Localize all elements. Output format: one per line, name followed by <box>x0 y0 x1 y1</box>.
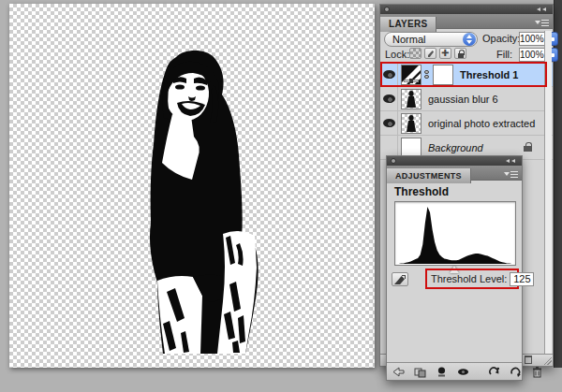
layer-name[interactable]: Threshold 1 <box>460 69 518 80</box>
stepper-icon[interactable] <box>463 33 476 46</box>
layer-name[interactable]: Background <box>428 142 483 153</box>
visibility-well[interactable] <box>380 63 398 87</box>
reset-to-defaults-icon[interactable] <box>510 366 522 378</box>
layers-scroll-track[interactable] <box>544 31 552 355</box>
layer-name[interactable]: original photo extracted <box>428 118 535 129</box>
tab-layers[interactable]: LAYERS <box>380 17 436 32</box>
layer-row-gaussian-blur-6[interactable]: gaussian blur 6 <box>380 87 553 111</box>
lock-image-pixels-icon[interactable] <box>424 48 436 59</box>
view-previous-state-icon[interactable] <box>488 366 500 378</box>
tab-adjustments[interactable]: ADJUSTMENTS <box>387 168 471 183</box>
clip-to-layer-icon[interactable] <box>436 366 448 378</box>
fill-combo: 100% <box>519 48 558 62</box>
link-mask-icon <box>423 70 430 79</box>
collapse-to-icons-icon[interactable] <box>506 159 517 164</box>
threshold-image-girl-silhouette <box>9 4 375 368</box>
photoshop-workspace: { "colors": { "background": "#b2b2b2", "… <box>0 0 562 392</box>
layers-panel-titlebar[interactable] <box>380 5 553 14</box>
adjustments-panel: ADJUSTMENTS Threshold Threshold Level: <box>386 155 523 381</box>
lock-all-icon[interactable] <box>454 48 466 59</box>
eye-icon[interactable] <box>383 119 395 127</box>
visibility-well[interactable] <box>380 111 398 136</box>
panel-menu-icon[interactable] <box>535 18 549 26</box>
threshold-level-label: Threshold Level: <box>431 273 507 284</box>
fill-value[interactable]: 100% <box>519 48 546 62</box>
layer-row-threshold-1[interactable]: Threshold 1 <box>380 63 553 87</box>
opacity-label: Opacity: <box>482 33 520 44</box>
threshold-adjustment-thumbnail[interactable] <box>401 65 422 85</box>
adjustments-panel-footer <box>387 362 522 380</box>
adjustments-tabbar: ADJUSTMENTS <box>387 166 522 181</box>
layer-list: Threshold 1 gaussian blur 6 original pho… <box>380 63 553 160</box>
blend-mode-select[interactable]: Normal <box>384 32 478 47</box>
toggle-visibility-eye-icon[interactable] <box>457 366 469 378</box>
on-image-adjustment-icon[interactable] <box>392 272 408 286</box>
layers-tabbar: LAYERS <box>380 14 553 29</box>
opacity-combo: 100% <box>519 32 558 46</box>
layer-locked-icon <box>524 142 532 151</box>
visibility-well[interactable] <box>380 87 398 111</box>
opacity-value[interactable]: 100% <box>519 32 546 46</box>
eye-icon[interactable] <box>383 94 395 103</box>
lock-transparent-pixels-icon[interactable] <box>409 48 422 59</box>
expanded-view-icon[interactable] <box>414 366 426 378</box>
red-annotation-box-threshold-level: Threshold Level: <box>425 269 519 289</box>
close-button[interactable] <box>391 158 396 164</box>
layer-row-original-photo-extracted[interactable]: original photo extracted <box>380 111 553 136</box>
adjustments-panel-titlebar[interactable] <box>387 156 522 166</box>
collapse-to-icons-icon[interactable] <box>537 7 548 12</box>
lock-label: Lock: <box>385 49 409 60</box>
document-canvas[interactable] <box>9 4 375 368</box>
blend-mode-value: Normal <box>392 34 425 45</box>
layer-mask-thumbnail[interactable] <box>433 65 453 85</box>
layer-name[interactable]: gaussian blur 6 <box>428 94 498 105</box>
delete-layer-icon[interactable] <box>525 356 532 364</box>
fill-label: Fill: <box>496 49 512 60</box>
blend-mode-row: Normal Opacity: 100% <box>380 31 553 48</box>
layer-thumbnail[interactable] <box>401 113 422 134</box>
eye-icon[interactable] <box>383 70 395 79</box>
lock-position-icon[interactable] <box>439 48 451 59</box>
threshold-histogram[interactable] <box>394 201 516 266</box>
resize-grip[interactable] <box>543 356 552 365</box>
adjustment-title: Threshold <box>387 181 522 202</box>
return-to-adjustment-list-icon[interactable] <box>392 366 405 378</box>
close-button[interactable] <box>384 7 390 12</box>
delete-adjustment-icon[interactable] <box>531 366 543 378</box>
panel-menu-icon[interactable] <box>504 169 518 178</box>
lock-row: Lock: Fill: 100% <box>380 48 553 63</box>
layer-thumbnail[interactable] <box>401 89 422 109</box>
threshold-level-input[interactable] <box>510 272 534 286</box>
